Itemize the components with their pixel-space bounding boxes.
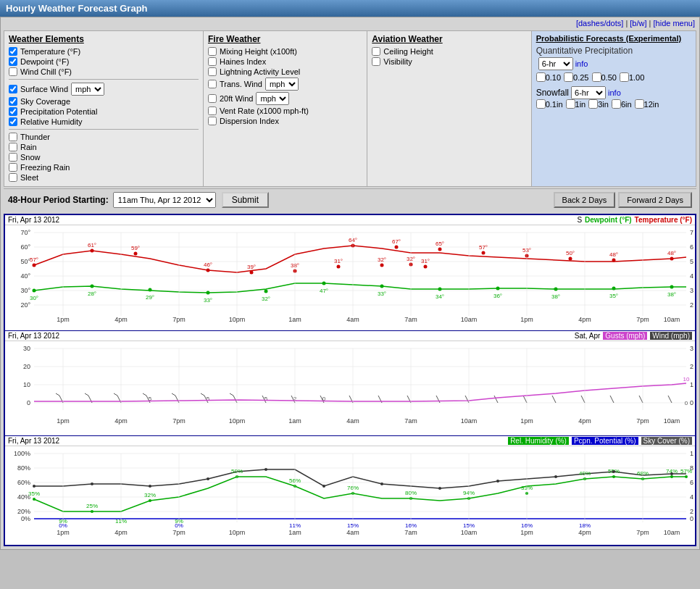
snow-12in-label: 12in <box>644 100 659 109</box>
dewpoint-checkbox[interactable] <box>9 57 17 66</box>
snowfall-info-link[interactable]: info <box>608 88 621 97</box>
20ft-wind-checkbox[interactable] <box>208 94 217 103</box>
svg-point-40 <box>395 246 399 249</box>
svg-text:1pm: 1pm <box>520 316 533 323</box>
weather-elements-header: Weather Elements <box>9 34 199 44</box>
svg-point-32 <box>380 264 384 267</box>
visibility-row: Visibility <box>372 57 526 66</box>
sky-coverage-row: Sky Coverage <box>9 97 199 106</box>
svg-text:30: 30 <box>23 345 30 352</box>
rh-legend: Rel. Humidity (%) <box>508 437 569 445</box>
svg-text:20%: 20% <box>690 508 693 515</box>
visibility-checkbox[interactable] <box>372 57 380 66</box>
surface-wind-select[interactable]: mphktsm/s <box>71 83 104 96</box>
snow-6in-checkbox[interactable] <box>612 99 621 109</box>
period-select[interactable]: 11am Thu, Apr 12 2012 <box>113 192 216 208</box>
forward-button[interactable]: Forward 2 Days <box>618 192 692 208</box>
qpf-select[interactable]: 6-hr12-hr24-hr <box>538 57 573 70</box>
svg-text:10am: 10am <box>664 316 680 323</box>
qpf-100-checkbox[interactable] <box>620 72 629 82</box>
top-links: [dashes/dots] | [b/w] | [hide menu] <box>1 17 699 29</box>
rain-checkbox[interactable] <box>9 143 17 151</box>
mixing-height-row: Mixing Height (x100ft) <box>208 47 362 56</box>
precip-potential-row: Precipitation Potential <box>9 107 199 116</box>
snow-row: Snow <box>9 153 199 162</box>
trans-wind-checkbox[interactable] <box>208 80 217 88</box>
dashes-dots-link[interactable]: [dashes/dots] <box>576 19 623 28</box>
aviation-weather-header: Aviation Weather <box>372 34 526 44</box>
svg-text:11%: 11% <box>289 522 301 529</box>
svg-text:80%: 80% <box>17 464 30 472</box>
svg-text:38°: 38° <box>667 291 676 298</box>
svg-point-209 <box>612 475 615 478</box>
snowfall-select[interactable]: 6-hr12-hr24-hr <box>571 86 606 99</box>
bw-link[interactable]: [b/w] <box>630 19 646 28</box>
bottom-controls: 48-Hour Period Starting: 11am Thu, Apr 1… <box>4 188 696 211</box>
snow-12in-checkbox[interactable] <box>635 99 644 109</box>
svg-text:48°: 48° <box>609 251 618 258</box>
hide-menu-link[interactable]: [hide menu] <box>654 19 695 28</box>
svg-line-121 <box>175 396 179 403</box>
svg-text:34°: 34° <box>436 293 444 300</box>
rh-precip-sky-chart: Fri, Apr 13 2012 Rel. Humidity (%) Pcpn.… <box>5 436 695 545</box>
svg-point-234 <box>380 483 383 485</box>
svg-point-66 <box>380 285 384 288</box>
vent-rate-checkbox[interactable] <box>208 106 217 115</box>
dispersion-checkbox[interactable] <box>208 117 217 125</box>
dispersion-row: Dispersion Index <box>208 117 362 125</box>
snow-3in-checkbox[interactable] <box>588 99 598 109</box>
probabilistic-header: Probabilistic Forecasts (Experimental) <box>536 34 691 43</box>
trans-wind-row: Trans. Wind mphkts <box>208 78 362 91</box>
windchill-checkbox[interactable] <box>9 67 17 76</box>
qpf-010-checkbox[interactable] <box>536 72 546 82</box>
svg-text:7pm: 7pm <box>636 417 649 425</box>
svg-text:16%: 16% <box>405 522 417 529</box>
snow-checkbox[interactable] <box>9 153 17 162</box>
svg-text:7pm: 7pm <box>172 316 186 323</box>
sky-legend: Sky Cover (%) <box>641 437 692 445</box>
svg-text:70°: 70° <box>690 229 693 236</box>
mixing-height-checkbox[interactable] <box>208 47 217 56</box>
qpf-025-checkbox[interactable] <box>564 72 573 82</box>
temperature-checkbox[interactable] <box>9 47 17 56</box>
svg-text:20%: 20% <box>17 508 30 515</box>
svg-text:1pm: 1pm <box>57 417 70 425</box>
svg-text:1am: 1am <box>288 417 301 425</box>
ceiling-height-checkbox[interactable] <box>372 47 380 56</box>
qpf-050-checkbox[interactable] <box>592 72 601 82</box>
svg-point-52 <box>670 257 674 261</box>
back-button[interactable]: Back 2 Days <box>554 192 616 208</box>
submit-button[interactable]: Submit <box>222 192 269 208</box>
svg-point-44 <box>482 251 486 255</box>
wind-chart-svg: 30 20 10 0 30 20 10 0 <box>5 341 693 432</box>
svg-point-70 <box>496 287 500 291</box>
trans-wind-select[interactable]: mphkts <box>265 78 299 91</box>
svg-text:7pm: 7pm <box>636 529 649 536</box>
qpf-025-label: 0.25 <box>573 73 588 82</box>
svg-text:1pm: 1pm <box>520 417 533 425</box>
haines-index-label: Haines Index <box>220 57 266 66</box>
rel-humidity-checkbox[interactable] <box>9 117 17 126</box>
sleet-checkbox[interactable] <box>9 173 17 182</box>
surface-wind-checkbox[interactable] <box>9 85 17 93</box>
haines-index-checkbox[interactable] <box>208 57 217 66</box>
20ft-wind-select[interactable]: mphkts <box>256 92 289 105</box>
svg-text:4am: 4am <box>346 316 359 323</box>
snow-1in-checkbox[interactable] <box>566 99 575 109</box>
precip-potential-checkbox[interactable] <box>9 107 17 116</box>
sleet-label: Sleet <box>20 173 38 182</box>
svg-text:10am: 10am <box>461 529 478 536</box>
freezing-rain-checkbox[interactable] <box>9 163 17 172</box>
lightning-checkbox[interactable] <box>208 67 217 76</box>
snow-6in-label: 6in <box>621 100 632 109</box>
thunder-checkbox[interactable] <box>9 133 17 141</box>
qpf-checkboxes: 0.10 0.25 0.50 1.00 <box>536 72 691 82</box>
sky-coverage-checkbox[interactable] <box>9 97 17 106</box>
svg-text:4pm: 4pm <box>114 316 128 323</box>
snow-01in-checkbox[interactable] <box>536 99 546 109</box>
qpf-info-link[interactable]: info <box>575 59 588 68</box>
svg-text:60°: 60° <box>20 243 30 251</box>
dewpoint-legend: Dewpoint (°F) <box>585 216 632 224</box>
svg-text:57°: 57° <box>30 256 38 263</box>
svg-text:10pm: 10pm <box>229 529 246 536</box>
